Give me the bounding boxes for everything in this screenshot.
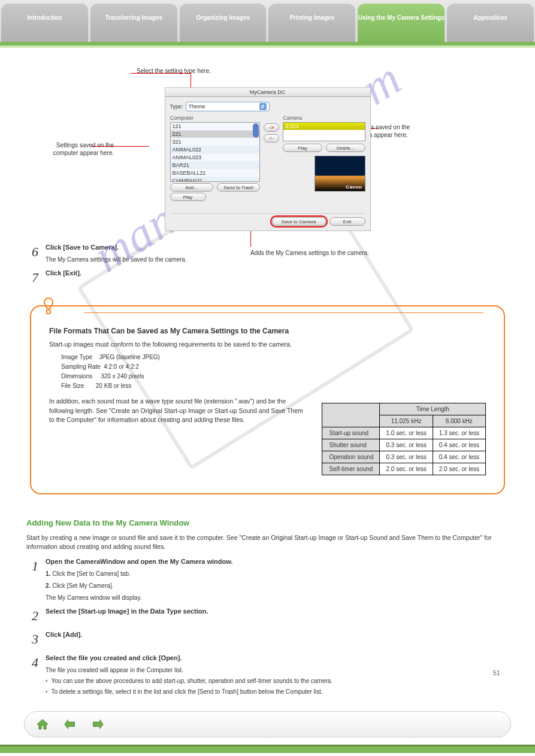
step-4: 4 Select the file you created and click …: [26, 654, 511, 696]
computer-label: Computer: [170, 115, 261, 121]
hint-table: Time Length 11.025 kHz8.000 kHz Start-up…: [322, 403, 486, 475]
hint-paragraph: Start-up images must conform to the foll…: [49, 340, 486, 349]
back-arrow-icon[interactable]: [62, 717, 78, 731]
step-3: 3 Click [Add].: [26, 630, 511, 649]
callout-save: Adds the My Camera settings to the camer…: [250, 249, 370, 257]
step-number: 7: [26, 269, 38, 287]
callout-computer: Settings saved on the computer appear he…: [36, 141, 114, 157]
tab-transferring[interactable]: Transferring Images: [90, 4, 177, 42]
step-text: Click [Exit].: [46, 269, 81, 277]
tab-organizing[interactable]: Organizing Images: [180, 4, 267, 42]
page-body: manualshive.com Select the setting type …: [0, 45, 535, 711]
list-item[interactable]: 221: [171, 130, 260, 138]
delete-button[interactable]: Delete...: [326, 144, 365, 152]
step-text: Click [Save to Camera].: [46, 244, 119, 251]
hint-box: File Formats That Can be Saved as My Cam…: [30, 305, 505, 494]
section-title: Adding New Data to the My Camera Window: [26, 518, 511, 527]
list-item[interactable]: BASEBALL21: [171, 169, 260, 177]
select-caret-icon: ⇵: [259, 103, 267, 110]
lightbulb-icon: [41, 297, 56, 317]
list-item[interactable]: 2:221: [283, 123, 364, 130]
computer-listbox[interactable]: 121 221 321 ANIMAL022 ANIMAL023 BAR21 BA…: [170, 122, 261, 182]
step-text: Select the [Start-up Image] in the Data …: [46, 608, 208, 615]
send-to-trash-button[interactable]: Send to Trash: [217, 183, 260, 192]
tab-introduction[interactable]: Introduction: [1, 4, 88, 42]
top-tab-bar: Introduction Transferring Images Organiz…: [0, 0, 535, 45]
step-text: Click [Add].: [46, 631, 82, 638]
tab-mycamera[interactable]: Using the My Camera Settings: [358, 4, 445, 42]
window-title: MyCamera DC: [165, 88, 370, 97]
step-number: 3: [26, 630, 38, 649]
step-7: 7 Click [Exit].: [26, 269, 511, 287]
camera-listbox[interactable]: 2:221: [283, 122, 365, 141]
list-item[interactable]: 121: [171, 123, 260, 130]
camera-label: Camera: [283, 115, 365, 121]
play-button[interactable]: Play: [170, 193, 206, 201]
preview-logo: Canon: [346, 184, 362, 190]
arrow-left-button[interactable]: <-: [264, 134, 279, 142]
arrow-right-button[interactable]: ->: [264, 123, 279, 132]
svg-rect-0: [47, 310, 50, 314]
footer: [0, 711, 535, 753]
tab-printing[interactable]: Printing Images: [268, 4, 355, 42]
step-text: Open the CameraWindow and open the My Ca…: [46, 558, 232, 565]
step-number: 1: [26, 557, 38, 602]
step-text: Select the file you created and click [O…: [46, 654, 182, 661]
step-substep: The My Camera settings will be saved to …: [46, 256, 501, 264]
exit-button[interactable]: Exit: [330, 217, 365, 226]
type-value: Theme: [189, 104, 205, 110]
mycamera-window: MyCamera DC Type: Theme ⇵ Computer 121 2…: [165, 87, 371, 231]
preview-image: Canon: [315, 156, 365, 192]
step-number: 2: [26, 607, 38, 626]
step-number: 6: [26, 243, 38, 264]
footer-nav-bar: [24, 711, 511, 737]
list-item[interactable]: BAR21: [171, 162, 260, 169]
list-item[interactable]: 321: [171, 138, 260, 146]
type-select[interactable]: Theme ⇵: [186, 102, 270, 111]
step-2: 2 Select the [Start-up Image] in the Dat…: [26, 607, 511, 626]
list-item[interactable]: ANIMAL022: [171, 146, 260, 154]
play-camera-button[interactable]: Play: [283, 144, 322, 152]
home-icon[interactable]: [34, 717, 51, 731]
step-number: 4: [26, 654, 38, 696]
forward-arrow-icon[interactable]: [89, 717, 106, 731]
type-label: Type:: [170, 104, 183, 110]
section-intro: Start by creating a new image or sound f…: [26, 533, 509, 551]
add-button[interactable]: Add...: [170, 183, 213, 192]
scrollbar-thumb[interactable]: [253, 123, 259, 138]
hint-paragraph: In addition, each sound must be a wave t…: [49, 397, 310, 424]
hint-spec-list: Image Type JPEG (baseline JPEG) Sampling…: [61, 353, 486, 391]
tab-appendices[interactable]: Appendices: [447, 4, 534, 42]
hint-title: File Formats That Can be Saved as My Cam…: [49, 327, 486, 335]
step-1: 1 Open the CameraWindow and open the My …: [26, 557, 511, 602]
page-number: 51: [493, 669, 500, 676]
callout-type: Select the setting type here.: [133, 67, 211, 75]
list-item[interactable]: ANIMAL023: [171, 154, 260, 162]
save-to-camera-button[interactable]: Save to Camera: [272, 217, 326, 226]
list-item[interactable]: CHIMPAN21: [171, 177, 260, 182]
